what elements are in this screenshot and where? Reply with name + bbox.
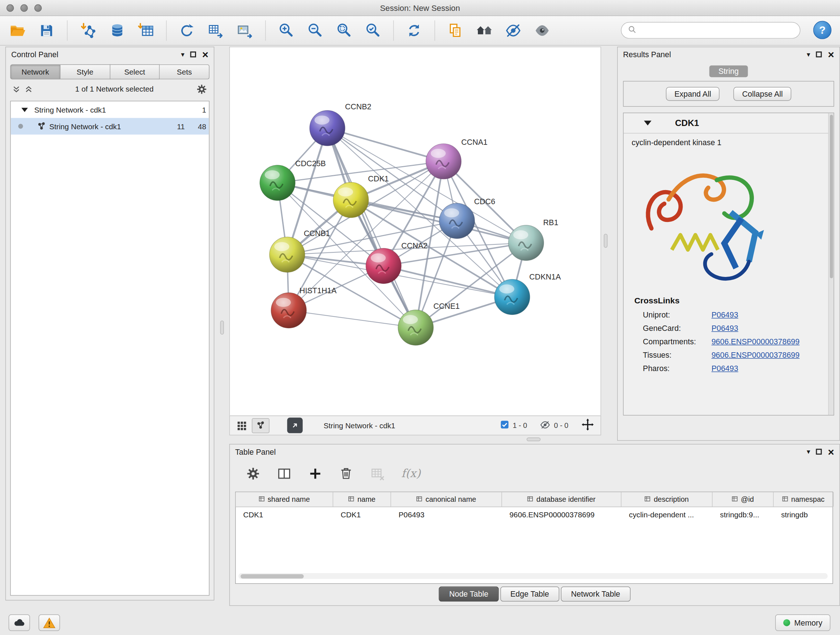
panel-float-icon[interactable] [190,51,196,57]
panel-close-icon[interactable]: × [828,447,834,457]
zoom-selected-icon[interactable] [361,18,385,43]
panel-close-icon[interactable]: × [828,49,834,60]
export-table-icon[interactable] [204,18,228,43]
panel-menu-icon[interactable]: ▾ [807,448,810,456]
table-tabs: Node TableEdge TableNetwork Table [230,586,839,601]
open-session-icon[interactable] [5,18,30,43]
crosslink-value[interactable]: P06493 [712,310,738,319]
network-node-cdkn1a[interactable] [494,279,530,315]
right-splitter-handle[interactable] [604,234,607,248]
column-header-name[interactable]: name [333,492,391,507]
panel-close-icon[interactable]: × [202,49,208,60]
apply-layout-icon[interactable] [402,18,426,43]
left-splitter-handle[interactable] [220,321,224,335]
tab-network-table[interactable]: Network Table [561,586,630,601]
tab-string[interactable]: String [709,65,748,78]
network-node-cdc25b[interactable] [260,165,295,201]
network-modify-icon[interactable] [175,18,199,43]
network-edge[interactable] [327,128,416,328]
network-node-ccna1[interactable] [426,144,461,179]
hidden-eye-icon[interactable] [540,420,550,432]
panel-menu-icon[interactable]: ▾ [807,50,810,58]
crosslink-value[interactable]: P06493 [712,364,738,372]
cloud-icon[interactable] [9,614,30,631]
import-network-file-icon[interactable] [76,18,100,43]
birds-eye-grid-icon[interactable] [236,420,247,431]
crosslink-value[interactable]: P06493 [712,324,738,333]
crosslink-value[interactable]: 9606.ENSP00000378699 [712,337,800,346]
network-collection-row[interactable]: String Network - cdk1 1 [11,101,209,118]
gear-icon[interactable] [196,83,207,95]
show-labels-icon[interactable] [530,18,554,43]
save-session-icon[interactable] [34,18,59,43]
table-gear-icon[interactable] [243,463,263,483]
crosslink-value[interactable]: 9606.ENSP00000378699 [712,350,800,359]
collapse-all-icon[interactable] [12,85,20,93]
horizontal-splitter-handle[interactable] [527,437,541,441]
network-icon-toggle[interactable] [252,418,270,432]
copy-document-icon[interactable] [443,18,468,43]
tab-network[interactable]: Network [10,65,60,79]
help-icon[interactable]: ? [813,21,831,39]
maximize-window-icon[interactable] [34,4,42,12]
results-scrollbar-thumb[interactable] [829,115,833,279]
column-header-namespac[interactable]: namespac [774,492,834,507]
tab-style[interactable]: Style [60,65,110,79]
network-row-selected[interactable]: String Network - cdk1 11 48 [11,118,209,135]
external-link-icon[interactable] [287,418,303,433]
move-crosshair-icon[interactable] [581,418,594,432]
network-node-hist1h1a[interactable] [271,293,306,328]
zoom-in-icon[interactable] [274,18,298,43]
network-view[interactable]: CCNB2CCNA1CDC25BCDK1CDC6RB1CCNB1CCNA2CDK… [229,47,601,416]
network-node-cdc6[interactable] [439,203,475,239]
tab-edge-table[interactable]: Edge Table [500,586,559,601]
import-table-file-icon[interactable] [134,18,158,43]
selected-checkbox-icon[interactable] [500,420,509,431]
tab-sets[interactable]: Sets [160,65,210,79]
search-input[interactable] [641,26,793,35]
string-settings-home-icon[interactable] [472,18,497,43]
column-header-database-identifier[interactable]: database identifier [502,492,622,507]
expand-all-button[interactable]: Expand All [666,87,720,101]
network-node-ccnb1[interactable] [270,237,305,272]
protein-card-header[interactable]: CDK1 [624,113,834,133]
network-node-ccnb2[interactable] [309,111,345,146]
export-image-icon[interactable] [233,18,257,43]
collapse-all-button[interactable]: Collapse All [734,87,791,101]
zoom-out-icon[interactable] [303,18,327,43]
network-node-cdk1[interactable] [333,182,369,218]
memory-status-dot [783,619,790,626]
network-node-ccne1[interactable] [398,310,433,345]
expand-all-icon[interactable] [25,85,33,93]
table-hscrollbar[interactable] [238,573,828,579]
delete-column-icon[interactable] [336,463,356,483]
network-edge[interactable] [289,310,416,327]
table-row[interactable]: CDK1CDK1P064939606.ENSP00000378699cyclin… [236,507,833,523]
add-column-icon[interactable] [305,463,325,483]
minimize-window-icon[interactable] [20,4,28,12]
zoom-fit-icon[interactable] [332,18,356,43]
disclosure-triangle-icon[interactable] [21,108,28,112]
results-scrollbar[interactable] [828,113,834,415]
column-header-description[interactable]: description [622,492,713,507]
panel-float-icon[interactable] [816,51,822,57]
panel-float-icon[interactable] [816,449,822,455]
glass-ball-effect-icon[interactable] [501,18,526,43]
collapse-section-icon[interactable] [644,120,652,125]
tab-select[interactable]: Select [110,65,159,79]
column-header-shared-name[interactable]: shared name [236,492,333,507]
column-header-canonical-name[interactable]: canonical name [391,492,502,507]
panel-menu-icon[interactable]: ▾ [181,50,185,58]
memory-button[interactable]: Memory [775,614,830,631]
table-hscrollbar-thumb[interactable] [240,574,304,578]
tab-node-table[interactable]: Node Table [439,586,499,601]
column-header--id[interactable]: @id [713,492,774,507]
warning-icon[interactable] [39,614,60,631]
close-window-icon[interactable] [6,4,14,12]
network-edge[interactable] [327,128,444,162]
network-node-rb1[interactable] [508,225,544,261]
select-columns-icon[interactable] [274,463,294,483]
network-canvas[interactable]: CCNB2CCNA1CDC25BCDK1CDC6RB1CCNB1CCNA2CDK… [230,47,600,415]
import-network-database-icon[interactable] [104,18,129,43]
network-node-ccna2[interactable] [366,249,401,284]
